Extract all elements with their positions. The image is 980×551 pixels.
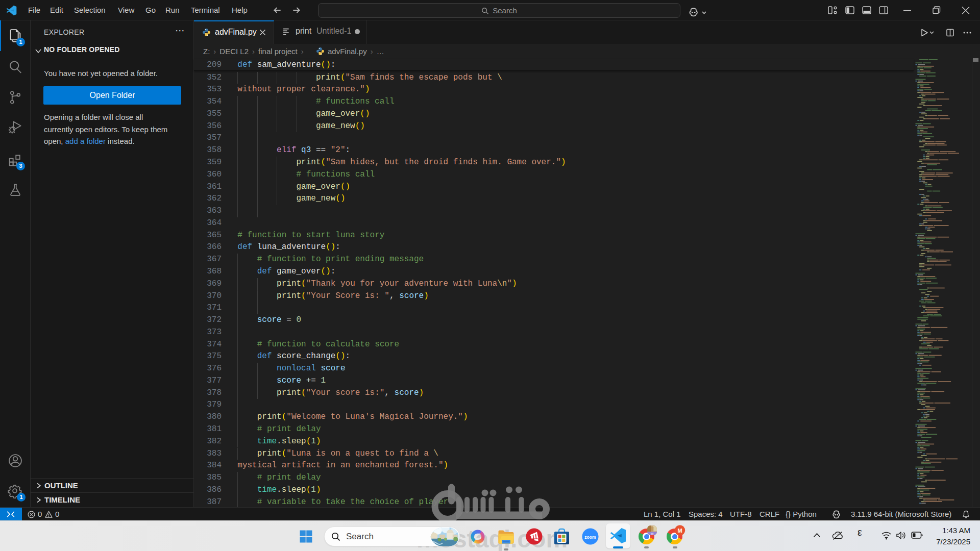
svg-text:Wi: Wi	[650, 533, 653, 535]
svg-text:zoom: zoom	[584, 535, 596, 540]
svg-text:M: M	[677, 528, 682, 534]
